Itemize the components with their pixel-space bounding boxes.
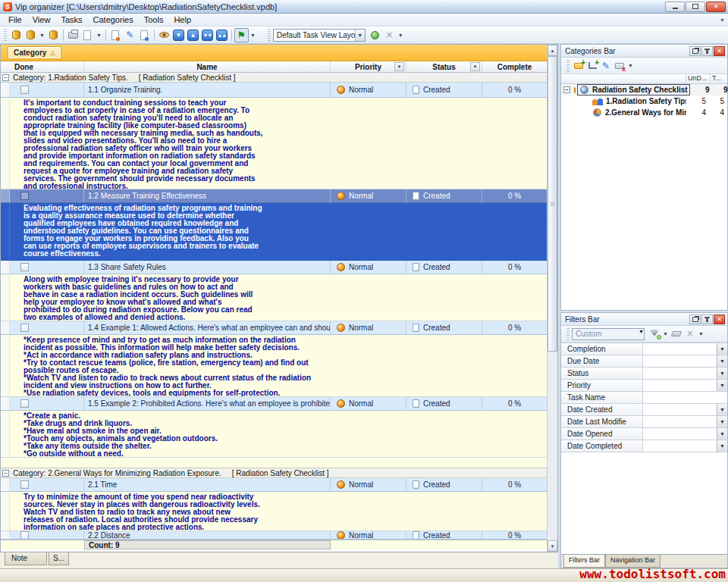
priority-cell[interactable]: Normal bbox=[331, 321, 406, 334]
delete-filter-button[interactable]: ✕ bbox=[683, 327, 697, 340]
status-cell[interactable]: Created bbox=[406, 261, 482, 274]
task-row-clipped[interactable]: 2.2 Distance Normal Created 0 % bbox=[1, 531, 547, 540]
task-name-cell[interactable]: 1.2 Measure Training Effectiveness bbox=[84, 189, 331, 202]
toolbar-grip[interactable] bbox=[268, 29, 271, 41]
task-name-cell[interactable]: 2.2 Distance bbox=[84, 531, 331, 539]
task-notes-row[interactable]: Along with employee training it's necess… bbox=[1, 274, 547, 321]
status-cell[interactable]: Created bbox=[406, 83, 482, 97]
toolbar-grip[interactable] bbox=[4, 29, 7, 41]
undone-column-header[interactable]: UnD... bbox=[686, 74, 711, 83]
filter-dropdown-icon[interactable]: ▼ bbox=[717, 380, 727, 391]
filter-dropdown-icon[interactable]: ▼ bbox=[717, 343, 727, 355]
panel-restore-button[interactable] bbox=[689, 46, 701, 56]
filter-value-field[interactable] bbox=[643, 440, 717, 452]
collapse-group-icon[interactable]: − bbox=[2, 470, 9, 477]
filter-dropdown-icon[interactable]: ▼ bbox=[661, 331, 670, 336]
priority-cell[interactable]: Normal bbox=[331, 397, 406, 410]
column-header-done[interactable]: Done bbox=[1, 61, 84, 72]
tree-item-category-1[interactable]: 1.Radiation Safety Tips. 5 5 bbox=[561, 95, 727, 107]
status-filter-dropdown-icon[interactable]: ▼ bbox=[470, 62, 480, 71]
done-checkbox[interactable] bbox=[20, 263, 29, 271]
group-by-category-tab[interactable]: Category △ bbox=[8, 47, 61, 58]
close-button[interactable]: ✕ bbox=[706, 2, 726, 12]
collapse-group-icon[interactable]: − bbox=[2, 74, 9, 81]
priority-cell[interactable]: Normal bbox=[331, 83, 406, 97]
done-checkbox[interactable] bbox=[20, 324, 29, 332]
menu-overflow-icon[interactable]: ▼ bbox=[720, 17, 725, 23]
filters-bar-tab[interactable]: Filters Bar bbox=[563, 555, 605, 568]
priority-filter-dropdown-icon[interactable]: ▼ bbox=[394, 62, 404, 71]
priority-cell[interactable]: Normal bbox=[331, 261, 406, 274]
print-preview-button[interactable] bbox=[80, 28, 95, 42]
filter-value-field[interactable] bbox=[643, 343, 717, 355]
filter-dropdown-icon[interactable]: ▼ bbox=[717, 355, 727, 367]
toolbar-grip[interactable] bbox=[566, 60, 570, 72]
new-category-button[interactable] bbox=[572, 59, 585, 72]
scrollbar-thumb[interactable] bbox=[548, 56, 557, 352]
priority-cell[interactable]: Normal bbox=[331, 189, 406, 202]
task-name-cell[interactable]: 2.1 Time bbox=[84, 478, 331, 491]
filter-preset-combo[interactable]: Custom ▼ bbox=[572, 328, 645, 340]
column-header-status[interactable]: Status▼ bbox=[406, 61, 482, 72]
total-column-header[interactable]: T... bbox=[711, 74, 727, 83]
task-notes-row[interactable]: It's important to conduct training sessi… bbox=[1, 98, 547, 189]
tree-item-checklist[interactable]: − Radiation Safety Checklist 9 9 bbox=[561, 84, 727, 95]
status-cell[interactable]: Created bbox=[406, 321, 482, 334]
navigation-bar-tab[interactable]: Navigation Bar bbox=[605, 555, 661, 568]
clear-filter-button[interactable] bbox=[670, 327, 683, 340]
task-name-cell[interactable]: 1.1 Organize Training. bbox=[84, 83, 331, 97]
tree-item-category-2[interactable]: 2.General Ways for Minimizir 4 4 bbox=[561, 107, 727, 118]
status-cell[interactable]: Created bbox=[406, 189, 482, 202]
categories-toolbar-overflow-icon[interactable]: ▼ bbox=[626, 63, 635, 68]
done-checkbox[interactable] bbox=[20, 192, 29, 200]
filter-value-field[interactable] bbox=[643, 428, 717, 440]
panel-close-button[interactable]: ✕ bbox=[714, 46, 725, 56]
column-header-priority[interactable]: Priority▼ bbox=[331, 61, 406, 72]
scroll-up-icon[interactable]: ▲ bbox=[548, 45, 557, 56]
save-database-button[interactable] bbox=[46, 28, 61, 42]
menu-tools[interactable]: Tools bbox=[139, 14, 169, 25]
delete-category-button[interactable] bbox=[613, 59, 626, 72]
group-row[interactable]: − Category: 1.Radiation Safety Tips. [ R… bbox=[1, 73, 547, 83]
toolbar-grip[interactable] bbox=[566, 328, 570, 340]
note-tab[interactable]: Note bbox=[5, 552, 47, 565]
done-checkbox[interactable] bbox=[20, 531, 29, 540]
menu-view[interactable]: View bbox=[27, 14, 56, 25]
panel-pin-button[interactable] bbox=[701, 46, 713, 56]
filter-value-field[interactable] bbox=[643, 380, 717, 391]
menu-tasks[interactable]: Tasks bbox=[55, 14, 87, 25]
priority-cell[interactable]: Normal bbox=[331, 531, 406, 539]
move-bottom-button[interactable]: ▼▼ bbox=[200, 28, 215, 42]
priority-cell[interactable]: Normal bbox=[331, 478, 406, 491]
layout-combo-dropdown-icon[interactable]: ▼ bbox=[355, 30, 365, 41]
move-down-button[interactable]: ▼ bbox=[171, 28, 186, 42]
column-header-complete[interactable]: Complete bbox=[482, 61, 547, 72]
filter-dropdown-icon[interactable]: ▼ bbox=[717, 428, 727, 440]
filter-value-field[interactable] bbox=[643, 368, 717, 379]
maximize-button[interactable] bbox=[686, 2, 705, 12]
chart-dropdown-icon[interactable]: ▼ bbox=[249, 33, 257, 38]
task-view-layout-combo[interactable]: Default Task View Layout ▼ bbox=[273, 29, 366, 42]
task-row[interactable]: 1.5 Example 2: Prohibited Actions. Here'… bbox=[1, 397, 547, 411]
vertical-scrollbar[interactable]: ▲ ▼ bbox=[547, 45, 557, 552]
scrollbar-track[interactable] bbox=[548, 56, 557, 540]
view-notes-button[interactable] bbox=[157, 28, 171, 42]
delete-task-button[interactable] bbox=[137, 28, 152, 42]
task-row[interactable]: 1.4 Example 1: Allowed Actions. Here's w… bbox=[1, 321, 547, 335]
status-cell[interactable]: Created bbox=[406, 531, 482, 539]
print-button[interactable] bbox=[66, 28, 80, 42]
collapse-tree-icon[interactable]: − bbox=[563, 86, 570, 93]
toolbar-overflow-icon[interactable]: ▼ bbox=[397, 33, 405, 38]
minimize-button[interactable] bbox=[665, 2, 685, 12]
task-row[interactable]: 2.1 Time Normal Created 0 % bbox=[1, 478, 547, 492]
task-notes-row[interactable]: Try to minimize the amount of time you s… bbox=[1, 492, 547, 531]
done-checkbox[interactable] bbox=[20, 86, 29, 94]
filter-value-field[interactable] bbox=[643, 416, 717, 427]
filter-value-field[interactable] bbox=[643, 355, 717, 367]
task-row-selected[interactable]: 1.2 Measure Training Effectiveness Norma… bbox=[1, 189, 547, 203]
open-database-dropdown-icon[interactable]: ▼ bbox=[38, 33, 46, 38]
task-name-cell[interactable]: 1.4 Example 1: Allowed Actions. Here's w… bbox=[84, 321, 331, 334]
new-subcategory-button[interactable] bbox=[585, 59, 599, 72]
second-note-tab[interactable]: S... bbox=[49, 552, 69, 565]
status-cell[interactable]: Created bbox=[406, 397, 482, 410]
